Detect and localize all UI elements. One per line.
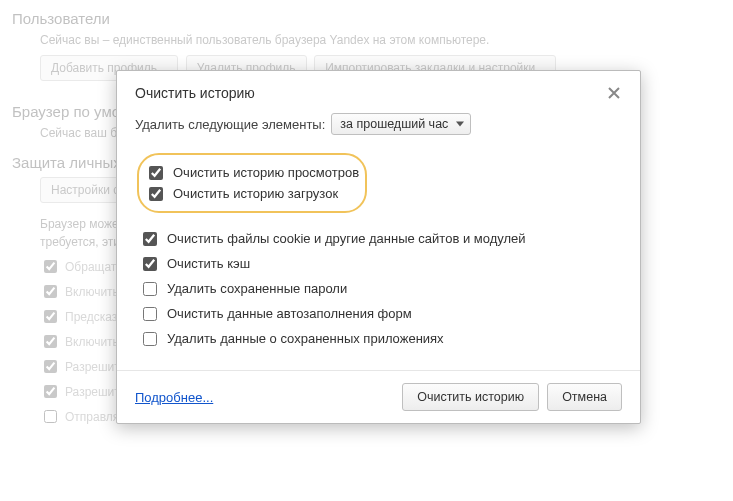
- option-browsing-history[interactable]: Очистить историю просмотров: [149, 165, 359, 180]
- option-passwords[interactable]: Удалить сохраненные пароли: [143, 281, 622, 296]
- option-cache-label: Очистить кэш: [167, 256, 250, 271]
- option-app-data[interactable]: Удалить данные о сохраненных приложениях: [143, 331, 622, 346]
- clear-history-button[interactable]: Очистить историю: [402, 383, 539, 411]
- option-cookies[interactable]: Очистить файлы cookie и другие данные са…: [143, 231, 622, 246]
- option-browsing-history-checkbox[interactable]: [149, 166, 163, 180]
- close-icon[interactable]: [606, 85, 622, 103]
- option-passwords-label: Удалить сохраненные пароли: [167, 281, 347, 296]
- learn-more-link[interactable]: Подробнее...: [135, 390, 213, 405]
- option-download-history[interactable]: Очистить историю загрузок: [149, 186, 359, 201]
- option-download-history-checkbox[interactable]: [149, 187, 163, 201]
- option-autofill-label: Очистить данные автозаполнения форм: [167, 306, 412, 321]
- highlighted-options: Очистить историю просмотров Очистить ист…: [137, 153, 367, 213]
- option-download-history-label: Очистить историю загрузок: [173, 186, 338, 201]
- option-app-data-checkbox[interactable]: [143, 332, 157, 346]
- option-cookies-checkbox[interactable]: [143, 232, 157, 246]
- option-autofill[interactable]: Очистить данные автозаполнения форм: [143, 306, 622, 321]
- time-range-select[interactable]: за прошедший час: [331, 113, 471, 135]
- option-cache[interactable]: Очистить кэш: [143, 256, 622, 271]
- option-passwords-checkbox[interactable]: [143, 282, 157, 296]
- option-autofill-checkbox[interactable]: [143, 307, 157, 321]
- cancel-button[interactable]: Отмена: [547, 383, 622, 411]
- delete-range-label: Удалить следующие элементы:: [135, 117, 325, 132]
- option-cookies-label: Очистить файлы cookie и другие данные са…: [167, 231, 526, 246]
- option-cache-checkbox[interactable]: [143, 257, 157, 271]
- option-app-data-label: Удалить данные о сохраненных приложениях: [167, 331, 444, 346]
- time-range-value: за прошедший час: [340, 117, 448, 131]
- chevron-down-icon: [456, 122, 464, 127]
- option-browsing-history-label: Очистить историю просмотров: [173, 165, 359, 180]
- dialog-title: Очистить историю: [135, 85, 255, 101]
- clear-history-dialog: Очистить историю Удалить следующие элеме…: [116, 70, 641, 424]
